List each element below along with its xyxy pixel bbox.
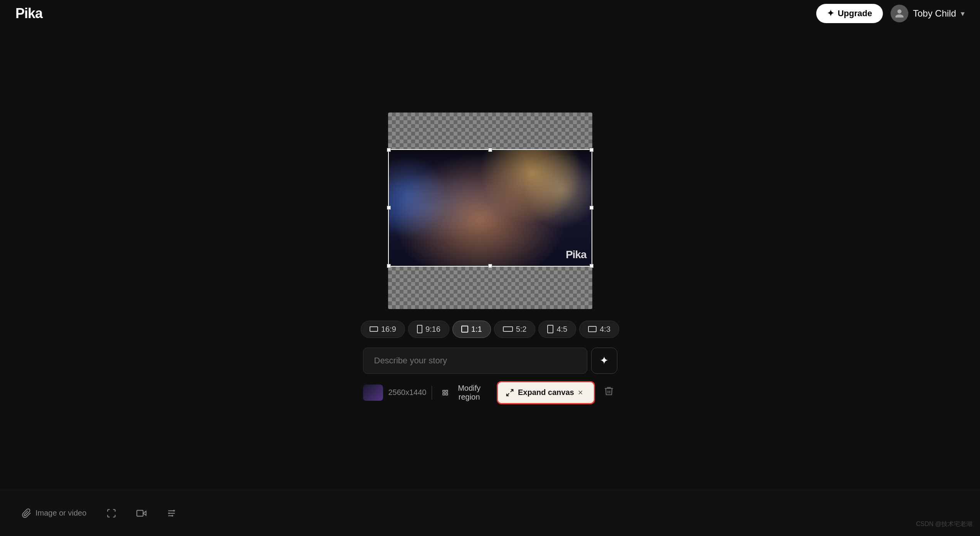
close-icon: × — [578, 388, 583, 397]
ar-label-9-16: 9:16 — [425, 325, 440, 334]
app-logo: Pika — [15, 5, 42, 22]
header-right: ✦ Upgrade Toby Child ▾ — [816, 4, 965, 23]
trash-icon — [603, 386, 614, 397]
ar-button-9-16[interactable]: 9:16 — [408, 321, 449, 338]
delete-button[interactable] — [600, 383, 617, 402]
image-or-video-label: Image or video — [35, 509, 86, 518]
user-menu[interactable]: Toby Child ▾ — [891, 5, 965, 22]
header: Pika ✦ Upgrade Toby Child ▾ — [0, 0, 980, 27]
video-icon — [136, 508, 146, 518]
modify-region-icon — [442, 388, 449, 397]
toolbar-row: 2560x1440 Modify region Expand canvas × — [363, 381, 617, 405]
ar-label-5-2: 5:2 — [516, 325, 527, 334]
expand-canvas-close-button[interactable]: × — [575, 386, 586, 399]
expand-canvas-label: Expand canvas — [518, 388, 574, 397]
ar-label-1-1: 1:1 — [471, 325, 482, 334]
pika-watermark: Pika — [566, 249, 587, 261]
input-row: ✦ — [363, 348, 617, 374]
svg-rect-1 — [446, 390, 448, 392]
svg-point-12 — [171, 515, 173, 516]
canvas-image: Pika — [388, 149, 592, 267]
modify-region-button[interactable]: Modify region — [437, 381, 491, 405]
upgrade-button[interactable]: ✦ Upgrade — [816, 4, 883, 23]
ar-button-16-9[interactable]: 16:9 — [361, 321, 405, 338]
ar-label-4-5: 4:5 — [556, 325, 567, 334]
expand-icon — [106, 508, 116, 518]
svg-rect-6 — [137, 510, 143, 516]
aspect-ratio-bar: 16:9 9:16 1:1 5:2 4:5 4:3 — [361, 321, 619, 338]
attachment-icon — [22, 508, 32, 518]
video-button[interactable] — [130, 504, 153, 522]
expand-canvas-button[interactable]: Expand canvas — [506, 388, 574, 397]
settings-button[interactable] — [160, 504, 183, 522]
ar-button-1-1[interactable]: 1:1 — [452, 321, 491, 338]
thumbnail-preview — [363, 385, 383, 401]
chevron-down-icon: ▾ — [961, 9, 965, 18]
svg-point-10 — [168, 512, 170, 514]
story-input[interactable] — [363, 348, 587, 374]
ar-button-5-2[interactable]: 5:2 — [494, 321, 536, 338]
user-name: Toby Child — [913, 8, 956, 19]
avatar — [891, 5, 908, 22]
image-or-video-button[interactable]: Image or video — [15, 504, 92, 522]
canvas-container: Pika — [388, 113, 592, 309]
svg-point-11 — [173, 510, 175, 511]
upgrade-label: Upgrade — [838, 8, 872, 18]
svg-marker-5 — [143, 511, 146, 515]
ar-label-16-9: 16:9 — [381, 325, 396, 334]
bottom-bar: Image or video — [0, 490, 980, 536]
main-area: Pika 16:9 9:16 1:1 5:2 — [0, 27, 980, 490]
magic-icon: ✦ — [600, 354, 609, 367]
ar-button-4-5[interactable]: 4:5 — [538, 321, 576, 338]
ar-button-4-3[interactable]: 4:3 — [579, 321, 619, 338]
dimensions-label: 2560x1440 — [388, 388, 427, 397]
photo-content — [388, 149, 592, 267]
modify-region-label: Modify region — [452, 384, 487, 402]
site-credit: CSDN @技术宅老湖 — [916, 520, 972, 528]
ar-label-4-3: 4:3 — [600, 325, 610, 334]
star-icon: ✦ — [827, 8, 834, 18]
divider — [432, 386, 432, 400]
magic-button[interactable]: ✦ — [591, 348, 617, 374]
svg-rect-3 — [446, 393, 448, 395]
svg-rect-0 — [443, 390, 445, 392]
expand-canvas-icon — [506, 388, 514, 397]
expand-canvas-button-container: Expand canvas × — [497, 381, 595, 404]
expand-view-button[interactable] — [100, 504, 123, 522]
settings-icon — [166, 508, 177, 518]
svg-rect-2 — [443, 393, 445, 395]
